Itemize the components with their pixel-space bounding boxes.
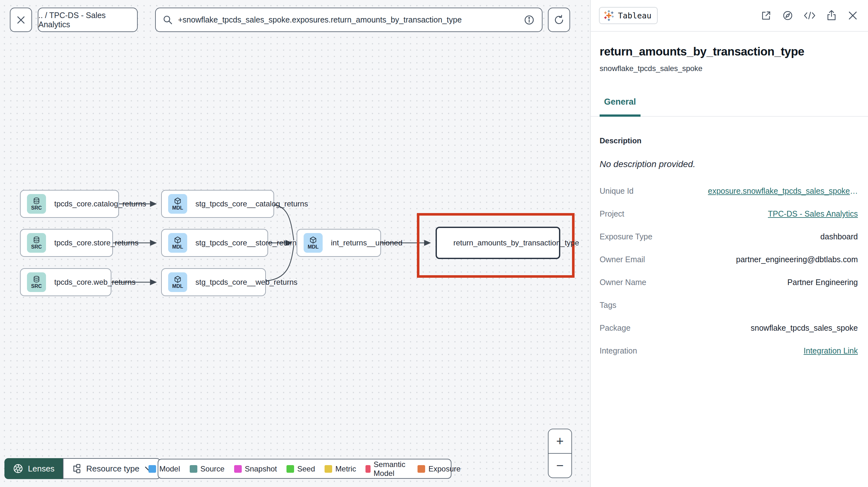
node-label: stg_tpcds_core__store_returns — [195, 238, 301, 247]
general-section: Description No description provided. Uni… — [591, 136, 868, 356]
aperture-icon — [13, 463, 24, 474]
model-swatch — [149, 465, 156, 473]
source-swatch — [190, 465, 197, 473]
node-label: return_amounts_by_transaction_type — [453, 238, 579, 247]
resource-title: return_amounts_by_transaction_type — [599, 45, 858, 58]
cube-icon — [309, 236, 317, 244]
tableau-badge: Tableau — [599, 7, 658, 24]
close-icon — [847, 10, 859, 21]
search-bar[interactable] — [155, 8, 542, 32]
source-badge: SRC — [27, 194, 46, 214]
field-owner-name: Owner Name Partner Engineering — [599, 278, 858, 287]
database-icon — [33, 275, 40, 283]
breadcrumb[interactable]: .. / TPC-DS - Sales Analytics — [38, 8, 138, 32]
legend-item-seed: Seed — [286, 464, 315, 474]
search-icon — [163, 15, 173, 25]
node-stg-store-returns[interactable]: MDL stg_tpcds_core__store_returns — [161, 229, 268, 257]
lineage-canvas[interactable]: .. / TPC-DS - Sales Analytics SRC tpcds_… — [0, 0, 590, 487]
node-label: stg_tpcds_core__web_returns — [195, 278, 298, 287]
field-tags: Tags — [599, 300, 858, 310]
details-panel: Tableau — [590, 0, 868, 487]
node-label: stg_tpcds_core__catalog_returns — [195, 199, 308, 208]
view-code-button[interactable] — [803, 10, 816, 21]
node-label: tpcds_core.store_returns — [54, 238, 138, 247]
node-label: tpcds_core.web_returns — [54, 278, 135, 287]
refresh-icon — [553, 14, 565, 26]
refresh-button[interactable] — [548, 8, 570, 32]
panel-actions — [760, 9, 859, 22]
package-value: snowflake_tpcds_sales_spoke — [751, 323, 858, 333]
node-source-catalog-returns[interactable]: SRC tpcds_core.catalog_returns — [20, 190, 119, 218]
database-icon — [33, 197, 40, 205]
model-badge: MDL — [168, 233, 187, 253]
field-owner-email: Owner Email partner_engineering@dbtlabs.… — [599, 255, 858, 264]
node-stg-catalog-returns[interactable]: MDL stg_tpcds_core__catalog_returns — [161, 190, 274, 218]
model-badge: MDL — [168, 194, 187, 214]
details-panel-header: Tableau — [591, 0, 868, 32]
field-unique-id: Unique Id exposure.snowflake_tpcds_sales… — [599, 187, 858, 196]
zoom-control: + − — [548, 429, 572, 478]
open-external-button[interactable] — [760, 9, 772, 22]
cube-icon — [174, 275, 182, 283]
tab-general[interactable]: General — [599, 93, 641, 117]
lenses-button[interactable]: Lenses — [4, 458, 63, 479]
unique-id-link[interactable]: exposure.snowflake_tpcds_sales_spoke — [708, 187, 850, 195]
bottom-controls: Lenses Resource type — [4, 458, 160, 479]
resource-type-legend: Model Source Snapshot Seed Metric Semant… — [158, 459, 452, 479]
exposure-swatch — [417, 465, 425, 473]
integration-link[interactable]: Integration Link — [804, 346, 858, 355]
field-package: Package snowflake_tpcds_sales_spoke — [599, 323, 858, 333]
legend-item-model: Model — [149, 464, 180, 474]
owner-name-value: Partner Engineering — [787, 278, 858, 287]
zoom-in-button[interactable]: + — [549, 429, 571, 454]
project-link[interactable]: TPC-DS - Sales Analytics — [768, 209, 858, 218]
zoom-out-button[interactable]: − — [549, 454, 571, 478]
model-badge: MDL — [168, 272, 187, 292]
exposure-type-value: dashboard — [820, 232, 858, 241]
tableau-logo-icon — [603, 10, 614, 21]
unique-id-ellipsis: … — [850, 187, 858, 195]
node-source-store-returns[interactable]: SRC tpcds_core.store_returns — [20, 229, 113, 257]
node-stg-web-returns[interactable]: MDL stg_tpcds_core__web_returns — [161, 268, 266, 296]
source-badge: SRC — [27, 272, 46, 292]
share-icon — [826, 9, 838, 22]
close-icon — [16, 14, 26, 25]
node-int-returns-unioned[interactable]: MDL int_returns__unioned — [297, 229, 381, 257]
hierarchy-icon — [71, 463, 81, 474]
field-exposure-type: Exposure Type dashboard — [599, 232, 858, 241]
details-panel-body: return_amounts_by_transaction_type snowf… — [591, 32, 868, 73]
metadata-fields: Unique Id exposure.snowflake_tpcds_sales… — [599, 187, 858, 356]
node-label: tpcds_core.catalog_returns — [54, 199, 146, 208]
info-icon[interactable] — [524, 14, 535, 26]
panel-tabs: General — [591, 93, 868, 117]
close-search-button[interactable] — [10, 8, 32, 32]
source-badge: SRC — [27, 233, 46, 253]
code-icon — [803, 10, 816, 21]
legend-item-metric: Metric — [324, 464, 356, 474]
share-button[interactable] — [826, 9, 838, 22]
legend-item-semantic-model: Semantic Model — [366, 460, 408, 478]
resource-package-subtitle: snowflake_tpcds_sales_spoke — [599, 64, 858, 73]
resource-type-dropdown[interactable]: Resource type — [63, 458, 160, 479]
compass-icon — [782, 9, 794, 22]
external-link-icon — [760, 9, 772, 22]
legend-item-exposure: Exposure — [417, 464, 460, 474]
search-input[interactable] — [178, 15, 518, 24]
node-exposure-return-amounts[interactable]: return_amounts_by_transaction_type — [436, 227, 560, 259]
explore-lineage-button[interactable] — [782, 9, 794, 22]
field-project: Project TPC-DS - Sales Analytics — [599, 209, 858, 219]
tableau-badge-label: Tableau — [618, 11, 651, 20]
close-panel-button[interactable] — [847, 10, 859, 21]
model-badge: MDL — [304, 233, 323, 253]
description-heading: Description — [599, 136, 858, 145]
cube-icon — [174, 236, 182, 244]
metric-swatch — [324, 465, 332, 473]
seed-swatch — [286, 465, 294, 473]
legend-item-snapshot: Snapshot — [234, 464, 277, 474]
database-icon — [33, 236, 40, 244]
lenses-label: Lenses — [28, 464, 55, 474]
resource-type-label: Resource type — [86, 464, 140, 474]
semantic-model-swatch — [366, 465, 370, 473]
cube-icon — [174, 197, 182, 205]
node-source-web-returns[interactable]: SRC tpcds_core.web_returns — [20, 268, 111, 296]
